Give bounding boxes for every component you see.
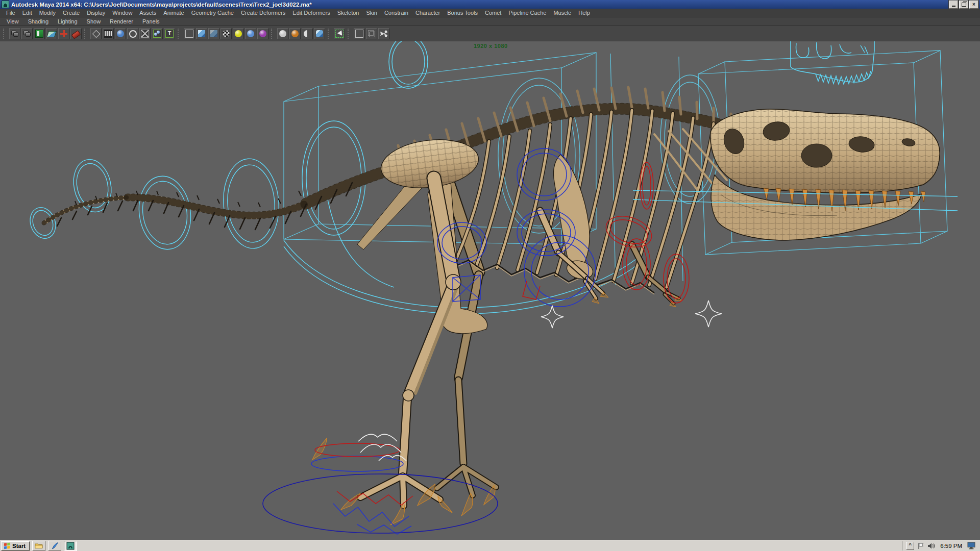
quill-pen-icon	[51, 542, 59, 549]
start-label: Start	[12, 543, 26, 549]
maya-app-icon	[2, 1, 9, 8]
soft-modify-icon	[71, 30, 81, 39]
toolbar-grip[interactable]	[3, 29, 7, 39]
soft-modify-button[interactable]	[70, 28, 82, 39]
blue-material-button[interactable]	[245, 28, 256, 39]
purple-material-button[interactable]	[257, 28, 268, 39]
toolbar-grip[interactable]	[348, 29, 351, 39]
cube-outline-button[interactable]	[354, 28, 365, 39]
quick-launch-explorer[interactable]	[32, 541, 45, 551]
menu-edit-deformers[interactable]: Edit Deformers	[289, 10, 333, 16]
menu-skeleton[interactable]: Skeleton	[334, 10, 363, 16]
snap-cameras-button[interactable]	[9, 28, 20, 39]
jaw-sketch-curve[interactable]	[791, 41, 874, 84]
textured-spheres-icon	[153, 30, 161, 38]
share-nodes-icon	[380, 30, 387, 37]
film-gate-button[interactable]	[103, 28, 114, 39]
grid-plane-button[interactable]	[46, 28, 57, 39]
menu-help[interactable]: Help	[575, 10, 594, 16]
object-select-icon	[335, 30, 344, 38]
camera-attributes-icon	[23, 30, 31, 37]
solid-mode-button[interactable]	[196, 28, 207, 39]
menu-pipeline-cache[interactable]: Pipeline Cache	[505, 10, 550, 16]
menu-geometry-cache[interactable]: Geometry Cache	[188, 10, 237, 16]
minimize-button[interactable]	[949, 1, 958, 9]
clock[interactable]: 6:59 PM	[938, 543, 964, 549]
orange-sphere-icon	[291, 30, 299, 37]
panel-menu-panels[interactable]: Panels	[138, 18, 164, 24]
wire-diamond-button[interactable]	[90, 28, 102, 39]
trex-skeleton-model[interactable]	[44, 87, 940, 525]
panel-toolbar: T	[0, 26, 980, 42]
menu-edit[interactable]: Edit	[19, 10, 36, 16]
menu-window[interactable]: Window	[109, 10, 136, 16]
title-bar: Autodesk Maya 2014 x64: C:\Users\Joel\Do…	[0, 0, 980, 9]
restore-button[interactable]	[959, 1, 968, 9]
film-gate-icon	[104, 30, 112, 38]
display-monitor-icon[interactable]	[967, 542, 976, 549]
skull	[710, 109, 940, 193]
xray-mode-button[interactable]	[208, 28, 219, 39]
close-button[interactable]: ×	[969, 1, 978, 9]
texture-view-button[interactable]: T	[164, 28, 175, 39]
menu-assets[interactable]: Assets	[136, 10, 160, 16]
action-center-flag-icon[interactable]	[917, 542, 924, 549]
perspective-viewport[interactable]: 980 x 551	[0, 41, 980, 540]
menu-animate[interactable]: Animate	[160, 10, 187, 16]
yellow-material-button[interactable]	[233, 28, 244, 39]
toolbar-grip[interactable]	[84, 29, 88, 39]
lambert-material-button[interactable]	[277, 28, 288, 39]
panel-menu-view[interactable]: View	[2, 18, 23, 24]
no-image-icon	[141, 30, 149, 38]
share-nodes-button[interactable]	[378, 28, 389, 39]
toolbar-grip[interactable]	[271, 29, 275, 39]
explorer-folder-icon	[35, 542, 43, 549]
menu-create-deformers[interactable]: Create Deformers	[237, 10, 289, 16]
bookmark-button[interactable]	[34, 28, 45, 39]
menu-comet[interactable]: Comet	[481, 10, 505, 16]
wire-diamond-icon	[92, 30, 100, 38]
camera-attributes-button[interactable]	[21, 28, 33, 39]
orange-material-button[interactable]	[289, 28, 301, 39]
checker-material-button[interactable]	[220, 28, 232, 39]
scene-canvas[interactable]	[0, 41, 980, 540]
no-image-button[interactable]	[139, 28, 151, 39]
windows-flag-icon	[4, 542, 11, 549]
panel-menu-lighting[interactable]: Lighting	[53, 18, 82, 24]
duplicate-button[interactable]	[366, 28, 377, 39]
default-display-button[interactable]	[127, 28, 138, 39]
shaded-sphere-icon	[117, 30, 124, 37]
menu-constrain[interactable]: Constrain	[381, 10, 412, 16]
quick-launch-pen-tool[interactable]	[48, 541, 61, 551]
menu-skin[interactable]: Skin	[362, 10, 380, 16]
wire-cube-icon	[185, 30, 193, 38]
menu-muscle[interactable]: Muscle	[550, 10, 575, 16]
ground-control-circle[interactable]	[263, 474, 498, 533]
start-button[interactable]: Start	[1, 541, 30, 550]
toolbar-grip[interactable]	[328, 29, 331, 39]
panel-menu-show[interactable]: Show	[82, 18, 106, 24]
duplicate-icon	[370, 32, 375, 37]
volume-icon[interactable]	[927, 542, 935, 549]
toolbar-grip[interactable]	[178, 29, 181, 39]
menu-display[interactable]: Display	[83, 10, 109, 16]
menu-character[interactable]: Character	[412, 10, 444, 16]
half-shade-button[interactable]	[302, 28, 313, 39]
object-select-button[interactable]	[334, 28, 345, 39]
wireframe-mode-button[interactable]	[184, 28, 195, 39]
menu-file[interactable]: File	[3, 10, 19, 16]
universal-move-button[interactable]	[58, 28, 69, 39]
bookmark-icon	[35, 30, 43, 38]
cube-outline-icon	[355, 30, 363, 38]
panel-menu-shading[interactable]: Shading	[23, 18, 53, 24]
shaded-display-button[interactable]	[115, 28, 126, 39]
panel-menu-renderer[interactable]: Renderer	[105, 18, 138, 24]
head-top-control-ring[interactable]	[389, 41, 428, 88]
hidden-icons-button[interactable]: ^	[906, 542, 914, 550]
soft-cube-button[interactable]	[314, 28, 325, 39]
textured-display-button[interactable]	[152, 28, 163, 39]
menu-bonus-tools[interactable]: Bonus Tools	[444, 10, 481, 16]
quick-launch-maya[interactable]	[64, 541, 77, 551]
menu-modify[interactable]: Modify	[36, 10, 59, 16]
menu-create[interactable]: Create	[59, 10, 83, 16]
